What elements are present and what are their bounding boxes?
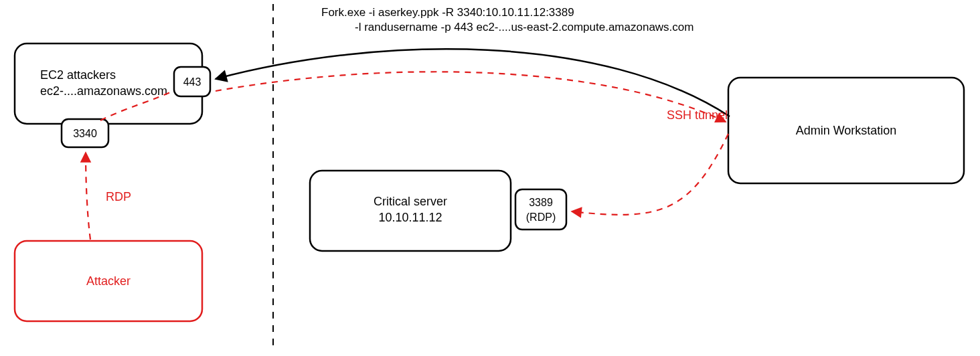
red-admin-to-critical (572, 134, 728, 215)
port-443-label: 443 (183, 76, 201, 88)
command-line-2: -l randusername -p 443 ec2-....us-east-2… (355, 21, 693, 33)
ssh-tunnel-arrow (216, 49, 730, 116)
red-return-ec2-to-admin (216, 72, 726, 122)
port-443-badge: 443 (174, 67, 210, 96)
port-3389-proto: (RDP) (526, 211, 556, 223)
ec2-sub: ec2-....amazonaws.com (40, 84, 167, 98)
ssh-tunnel-label: SSH tunnel (667, 108, 728, 122)
rdp-label: RDP (106, 190, 131, 203)
port-3389-badge: 3389 (RDP) (515, 189, 566, 230)
port-3340-badge: 3340 (62, 119, 108, 147)
attacker-box: Attacker (15, 241, 202, 321)
port-3340-label: 3340 (73, 128, 97, 139)
svg-rect-5 (515, 189, 566, 230)
critical-sub: 10.10.11.12 (378, 211, 442, 224)
attacker-label: Attacker (86, 274, 131, 288)
red-attacker-to-3340 (86, 153, 90, 240)
critical-title: Critical server (374, 195, 447, 208)
critical-server-box: Critical server 10.10.11.12 (310, 171, 511, 251)
command-line-1: Fork.exe -i aserkey.ppk -R 3340:10.10.11… (321, 6, 574, 19)
admin-workstation-box: Admin Workstation (728, 78, 964, 183)
ec2-title: EC2 attackers (40, 68, 116, 82)
port-3389-label: 3389 (529, 197, 553, 208)
admin-label: Admin Workstation (796, 124, 897, 137)
